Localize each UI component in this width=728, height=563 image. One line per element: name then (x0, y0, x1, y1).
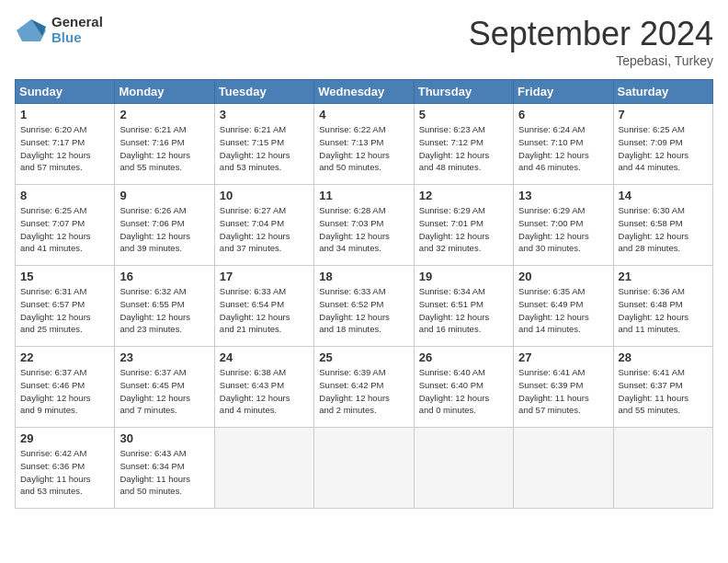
day-number: 5 (419, 108, 508, 121)
day-info: Sunrise: 6:41 AM Sunset: 6:37 PM Dayligh… (619, 366, 708, 417)
day-info: Sunrise: 6:20 AM Sunset: 7:17 PM Dayligh… (20, 123, 109, 174)
day-info: Sunrise: 6:31 AM Sunset: 6:57 PM Dayligh… (20, 285, 109, 336)
day-number: 17 (220, 270, 309, 283)
calendar-day-cell: 29Sunrise: 6:42 AM Sunset: 6:36 PM Dayli… (16, 428, 115, 509)
day-info: Sunrise: 6:22 AM Sunset: 7:13 PM Dayligh… (319, 123, 408, 174)
day-info: Sunrise: 6:39 AM Sunset: 6:42 PM Dayligh… (319, 366, 408, 417)
calendar-week-row: 22Sunrise: 6:37 AM Sunset: 6:46 PM Dayli… (16, 347, 713, 428)
day-number: 10 (220, 189, 309, 202)
day-number: 26 (419, 350, 508, 364)
weekday-header: Friday (514, 80, 613, 104)
calendar-day-cell (214, 428, 313, 509)
calendar-day-cell: 17Sunrise: 6:33 AM Sunset: 6:54 PM Dayli… (214, 266, 313, 347)
day-number: 13 (518, 189, 608, 202)
logo-general: General (51, 15, 103, 30)
day-number: 14 (619, 189, 708, 202)
day-info: Sunrise: 6:37 AM Sunset: 6:45 PM Dayligh… (119, 366, 209, 417)
day-info: Sunrise: 6:23 AM Sunset: 7:12 PM Dayligh… (419, 123, 508, 174)
weekday-header-row: SundayMondayTuesdayWednesdayThursdayFrid… (16, 80, 713, 104)
calendar-day-cell: 22Sunrise: 6:37 AM Sunset: 6:46 PM Dayli… (16, 347, 115, 428)
day-number: 22 (20, 350, 109, 364)
weekday-header: Wednesday (314, 80, 414, 104)
day-number: 21 (619, 270, 708, 283)
day-number: 9 (119, 189, 209, 202)
weekday-header: Tuesday (214, 80, 313, 104)
calendar-week-row: 29Sunrise: 6:42 AM Sunset: 6:36 PM Dayli… (16, 428, 713, 509)
calendar-day-cell: 5Sunrise: 6:23 AM Sunset: 7:12 PM Daylig… (414, 104, 513, 185)
calendar-day-cell: 30Sunrise: 6:43 AM Sunset: 6:34 PM Dayli… (115, 428, 214, 509)
calendar-day-cell: 15Sunrise: 6:31 AM Sunset: 6:57 PM Dayli… (16, 266, 115, 347)
calendar-table: SundayMondayTuesdayWednesdayThursdayFrid… (15, 79, 713, 509)
day-info: Sunrise: 6:28 AM Sunset: 7:03 PM Dayligh… (319, 204, 408, 255)
day-info: Sunrise: 6:33 AM Sunset: 6:54 PM Dayligh… (220, 285, 309, 336)
logo-blue: Blue (51, 30, 103, 46)
calendar-day-cell: 2Sunrise: 6:21 AM Sunset: 7:16 PM Daylig… (115, 104, 214, 185)
calendar-day-cell: 16Sunrise: 6:32 AM Sunset: 6:55 PM Dayli… (115, 266, 214, 347)
day-info: Sunrise: 6:42 AM Sunset: 6:36 PM Dayligh… (20, 447, 109, 498)
calendar-day-cell: 27Sunrise: 6:41 AM Sunset: 6:39 PM Dayli… (514, 347, 613, 428)
calendar-day-cell: 28Sunrise: 6:41 AM Sunset: 6:37 PM Dayli… (613, 347, 712, 428)
day-info: Sunrise: 6:32 AM Sunset: 6:55 PM Dayligh… (119, 285, 209, 336)
day-info: Sunrise: 6:40 AM Sunset: 6:40 PM Dayligh… (419, 366, 508, 417)
day-number: 23 (119, 350, 209, 364)
day-number: 4 (319, 108, 408, 121)
day-number: 6 (518, 108, 608, 121)
calendar-day-cell: 18Sunrise: 6:33 AM Sunset: 6:52 PM Dayli… (314, 266, 414, 347)
logo-icon (15, 17, 48, 43)
location: Tepebasi, Turkey (469, 53, 713, 68)
day-info: Sunrise: 6:30 AM Sunset: 6:58 PM Dayligh… (619, 204, 708, 255)
day-info: Sunrise: 6:29 AM Sunset: 7:01 PM Dayligh… (419, 204, 508, 255)
day-number: 1 (20, 108, 109, 121)
day-number: 18 (319, 270, 408, 283)
day-number: 16 (119, 270, 209, 283)
calendar-day-cell: 4Sunrise: 6:22 AM Sunset: 7:13 PM Daylig… (314, 104, 414, 185)
day-number: 12 (419, 189, 508, 202)
day-info: Sunrise: 6:37 AM Sunset: 6:46 PM Dayligh… (20, 366, 109, 417)
calendar-day-cell: 6Sunrise: 6:24 AM Sunset: 7:10 PM Daylig… (514, 104, 613, 185)
day-info: Sunrise: 6:26 AM Sunset: 7:06 PM Dayligh… (119, 204, 209, 255)
page-header: General Blue September 2024 Tepebasi, Tu… (15, 15, 713, 68)
logo-text: General Blue (51, 15, 103, 45)
calendar-day-cell: 7Sunrise: 6:25 AM Sunset: 7:09 PM Daylig… (613, 104, 712, 185)
calendar-day-cell: 26Sunrise: 6:40 AM Sunset: 6:40 PM Dayli… (414, 347, 513, 428)
calendar-day-cell (613, 428, 712, 509)
calendar-day-cell: 10Sunrise: 6:27 AM Sunset: 7:04 PM Dayli… (214, 185, 313, 266)
day-number: 11 (319, 189, 408, 202)
logo: General Blue (15, 15, 103, 45)
calendar-day-cell: 11Sunrise: 6:28 AM Sunset: 7:03 PM Dayli… (314, 185, 414, 266)
day-info: Sunrise: 6:24 AM Sunset: 7:10 PM Dayligh… (518, 123, 608, 174)
day-number: 3 (220, 108, 309, 121)
day-info: Sunrise: 6:36 AM Sunset: 6:48 PM Dayligh… (619, 285, 708, 336)
day-info: Sunrise: 6:27 AM Sunset: 7:04 PM Dayligh… (220, 204, 309, 255)
weekday-header: Saturday (613, 80, 712, 104)
day-info: Sunrise: 6:25 AM Sunset: 7:09 PM Dayligh… (619, 123, 708, 174)
day-number: 15 (20, 270, 109, 283)
day-number: 30 (119, 431, 209, 445)
calendar-day-cell: 3Sunrise: 6:21 AM Sunset: 7:15 PM Daylig… (214, 104, 313, 185)
day-number: 29 (20, 431, 109, 445)
day-info: Sunrise: 6:38 AM Sunset: 6:43 PM Dayligh… (220, 366, 309, 417)
day-number: 19 (419, 270, 508, 283)
calendar-day-cell: 25Sunrise: 6:39 AM Sunset: 6:42 PM Dayli… (314, 347, 414, 428)
day-number: 7 (619, 108, 708, 121)
calendar-week-row: 1Sunrise: 6:20 AM Sunset: 7:17 PM Daylig… (16, 104, 713, 185)
day-number: 28 (619, 350, 708, 364)
calendar-day-cell (314, 428, 414, 509)
calendar-day-cell: 23Sunrise: 6:37 AM Sunset: 6:45 PM Dayli… (115, 347, 214, 428)
day-info: Sunrise: 6:33 AM Sunset: 6:52 PM Dayligh… (319, 285, 408, 336)
calendar-day-cell: 19Sunrise: 6:34 AM Sunset: 6:51 PM Dayli… (414, 266, 513, 347)
calendar-day-cell: 9Sunrise: 6:26 AM Sunset: 7:06 PM Daylig… (115, 185, 214, 266)
calendar-day-cell (514, 428, 613, 509)
day-info: Sunrise: 6:43 AM Sunset: 6:34 PM Dayligh… (119, 447, 209, 498)
calendar-day-cell: 24Sunrise: 6:38 AM Sunset: 6:43 PM Dayli… (214, 347, 313, 428)
day-info: Sunrise: 6:25 AM Sunset: 7:07 PM Dayligh… (20, 204, 109, 255)
day-number: 2 (119, 108, 209, 121)
day-number: 24 (220, 350, 309, 364)
day-number: 20 (518, 270, 608, 283)
day-info: Sunrise: 6:41 AM Sunset: 6:39 PM Dayligh… (518, 366, 608, 417)
weekday-header: Monday (115, 80, 214, 104)
day-info: Sunrise: 6:34 AM Sunset: 6:51 PM Dayligh… (419, 285, 508, 336)
calendar-day-cell: 1Sunrise: 6:20 AM Sunset: 7:17 PM Daylig… (16, 104, 115, 185)
weekday-header: Sunday (16, 80, 115, 104)
day-info: Sunrise: 6:29 AM Sunset: 7:00 PM Dayligh… (518, 204, 608, 255)
